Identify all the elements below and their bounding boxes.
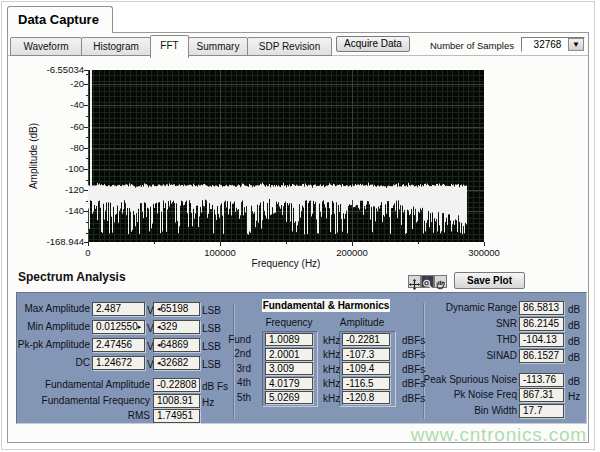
harmonic-name: 2nd bbox=[217, 348, 251, 359]
x-axis-minor-tickmark bbox=[286, 242, 287, 244]
khz-unit-label: kHz bbox=[323, 349, 340, 360]
y-axis-minor-tickmark bbox=[86, 116, 88, 117]
harmonic-frequency: 5.0269 bbox=[265, 391, 313, 404]
unit-label: Hz bbox=[202, 397, 214, 408]
value-text: 64869 bbox=[161, 339, 189, 350]
harmonic-name: 4th bbox=[217, 377, 251, 388]
harmonic-amplitude: -120.8 bbox=[342, 391, 390, 404]
measure-label: DC bbox=[10, 357, 90, 368]
x-axis-tick-label: 300000 bbox=[454, 247, 514, 258]
value-text: 1.24672 bbox=[96, 357, 132, 368]
acquire-data-button[interactable]: Acquire Data bbox=[336, 36, 410, 52]
measure-label: Fundamental Amplitude bbox=[17, 379, 150, 390]
measure-value: 86.1527 bbox=[519, 349, 564, 363]
measure-value: 86.5813 bbox=[519, 301, 564, 315]
y-axis-tickmark bbox=[84, 211, 88, 212]
y-axis-min-label: -168.944 bbox=[40, 236, 84, 247]
y-axis-minor-tickmark bbox=[86, 222, 88, 223]
y-axis-minor-tickmark bbox=[86, 137, 88, 138]
measure-value: -113.76 bbox=[519, 373, 564, 387]
measure-label: Dynamic Range bbox=[400, 302, 517, 313]
combo-dropdown-button[interactable]: ▼ bbox=[568, 38, 584, 51]
measure-label: THD bbox=[400, 334, 517, 345]
cursor-tool-icon[interactable] bbox=[408, 275, 421, 288]
zoom-tool-icon[interactable] bbox=[421, 275, 434, 288]
khz-unit-label: kHz bbox=[323, 364, 340, 375]
tab-sdp-revision[interactable]: SDP Revision bbox=[247, 37, 332, 56]
tab-fft[interactable]: FFT bbox=[150, 35, 189, 58]
y-axis-tick-label: -60 bbox=[44, 121, 84, 132]
y-axis-tickmark bbox=[84, 70, 88, 71]
measure-label: Pk Noise Freq bbox=[400, 389, 517, 400]
measure-label: Pk-pk Amplitude bbox=[10, 339, 90, 350]
y-axis-tick-label: -120 bbox=[44, 184, 84, 195]
fft-noise-trace bbox=[89, 183, 467, 235]
y-axis-minor-tickmark bbox=[86, 233, 88, 234]
harmonic-amplitude: -0.2281 bbox=[342, 333, 390, 346]
save-plot-button[interactable]: Save Plot bbox=[454, 272, 525, 289]
measure-value: 867.31 bbox=[519, 388, 564, 402]
number-of-samples-value: 32768 bbox=[524, 39, 571, 50]
measure-value-lsb: ◂64869 bbox=[153, 338, 200, 352]
harmonic-amplitude: -107.3 bbox=[342, 348, 390, 361]
measure-value: 17.7 bbox=[519, 404, 564, 418]
measure-value-lsb: ◂65198 bbox=[153, 302, 200, 316]
harmonic-amplitude: -116.5 bbox=[342, 377, 390, 390]
y-axis-tickmark bbox=[84, 148, 88, 149]
y-axis-max-label: -6.55034 bbox=[44, 64, 84, 75]
measure-value-volts: 2.487 bbox=[92, 302, 145, 316]
tab-waveform[interactable]: Waveform bbox=[10, 37, 82, 56]
measure-value-volts: 0.012550▸ bbox=[92, 320, 145, 334]
tab-histogram[interactable]: Histogram bbox=[81, 37, 151, 56]
y-axis-minor-tickmark bbox=[86, 180, 88, 181]
harmonic-name: Fund bbox=[217, 334, 251, 345]
x-axis-tick-label: 100000 bbox=[190, 247, 250, 258]
measure-value: -0.22808 bbox=[153, 378, 200, 392]
measure-label: Peak Spurious Noise bbox=[400, 374, 517, 385]
fft-plot-area[interactable] bbox=[88, 70, 484, 242]
y-axis-title: Amplitude (dB) bbox=[24, 111, 44, 201]
number-of-samples-combo[interactable]: 32768 ▼ bbox=[521, 37, 585, 52]
y-axis-tick-label: -140 bbox=[44, 205, 84, 216]
frequency-column-header: Frequency bbox=[259, 317, 319, 328]
number-of-samples-label: Number of Samples bbox=[430, 40, 522, 51]
unit-label: Hz bbox=[568, 391, 580, 402]
measure-value: 86.2145 bbox=[519, 317, 564, 331]
watermark-text: www.cntronics.com bbox=[411, 424, 587, 446]
truncation-indicator-icon: ◂ bbox=[157, 359, 161, 367]
value-text: 2.47456 bbox=[96, 339, 132, 350]
value-text: 0.012550 bbox=[96, 321, 138, 332]
harmonic-frequency: 4.0179 bbox=[265, 377, 313, 390]
harmonic-frequency: 2.0001 bbox=[265, 348, 313, 361]
amplitude-column-header: Amplitude bbox=[332, 317, 392, 328]
tab-summary[interactable]: Summary bbox=[188, 37, 248, 56]
x-axis-minor-tickmark bbox=[418, 242, 419, 244]
unit-label: dB bbox=[568, 304, 580, 315]
truncation-indicator-icon: ◂ bbox=[157, 323, 161, 331]
y-axis-minor-tickmark bbox=[86, 74, 88, 75]
khz-unit-label: kHz bbox=[323, 393, 340, 404]
unit-label: dB bbox=[568, 336, 580, 347]
value-text: 65198 bbox=[161, 303, 189, 314]
pan-tool-icon[interactable] bbox=[434, 275, 447, 288]
x-axis-tick-label: 200000 bbox=[322, 247, 382, 258]
measure-value: -104.13 bbox=[519, 333, 564, 347]
harmonic-name: 5th bbox=[217, 392, 251, 403]
measure-value: 1.74951 bbox=[153, 409, 200, 423]
unit-label: dB bbox=[568, 320, 580, 331]
x-axis-tickmark bbox=[352, 242, 353, 246]
unit-label: dB bbox=[568, 376, 580, 387]
measure-label: Fundamental Frequency bbox=[17, 395, 150, 406]
y-axis-minor-tickmark bbox=[86, 158, 88, 159]
harmonic-name: 3rd bbox=[217, 363, 251, 374]
truncation-indicator-icon: ▸ bbox=[138, 323, 142, 331]
y-axis-tick-label: -40 bbox=[44, 99, 84, 110]
spectrum-analysis-title: Spectrum Analysis bbox=[18, 270, 126, 284]
y-axis-tickmark bbox=[84, 84, 88, 85]
x-axis-tickmark bbox=[484, 242, 485, 246]
y-axis-tickmark bbox=[84, 169, 88, 170]
measure-value-volts: 1.24672 bbox=[92, 356, 145, 370]
lsb-unit-label: LSB bbox=[202, 323, 221, 334]
measure-label: Min Amplitude bbox=[10, 321, 90, 332]
tab-data-capture[interactable]: Data Capture bbox=[7, 6, 113, 33]
